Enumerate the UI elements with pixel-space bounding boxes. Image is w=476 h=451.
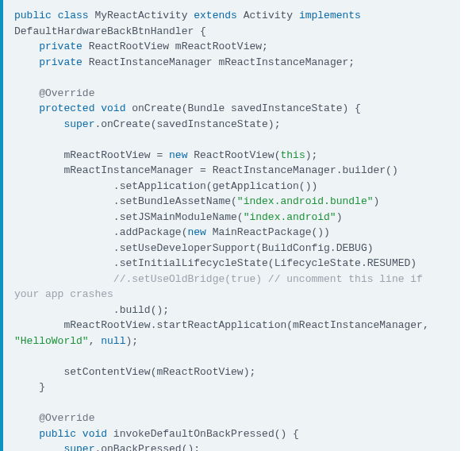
code-token-base: mReactInstanceManager = ReactInstanceMan… [14,164,398,176]
code-token-base: MainReactPackage()) [206,226,330,238]
code-token-base: , [89,335,102,347]
code-token-base: .build(); [14,304,169,316]
code-token-kw: extends [194,10,237,21]
code-token-base [14,412,39,424]
code-token-base: ReactRootView mReactRootView; [83,40,268,52]
code-token-this: this [280,149,305,161]
code-token-kw: super [63,118,94,130]
code-content: public class MyReactActivity extends Act… [14,8,449,451]
code-token-kw: private [39,40,83,52]
code-token-base: setContentView(mReactRootView); [14,366,255,378]
code-token-base [14,118,63,130]
code-token-kw: new [169,149,187,161]
code-token-base: mReactRootView = [14,149,169,161]
code-token-base: .addPackage( [14,226,187,238]
code-token-null: null [101,335,125,347]
code-token-base: ) [374,195,380,207]
code-token-base: .onBackPressed(); [94,443,200,451]
code-token-kw: new [187,226,205,238]
code-token-kw: implements [299,10,361,21]
code-token-kw: void [83,428,107,440]
code-token-base [14,273,113,285]
code-token-base: onCreate(Bundle savedInstanceState) { [125,102,360,114]
code-token-base: ); [125,335,138,347]
code-token-base [14,102,39,114]
code-token-base: .setInitialLifecycleState(LifecycleState… [14,257,416,269]
code-token-base: .setJSMainModuleName( [14,211,244,223]
code-token-base: .setApplication(getApplication()) [14,180,317,192]
code-token-kw: protected [39,102,94,114]
code-token-base [52,10,58,21]
code-token-base: .setBundleAssetName( [14,195,237,207]
code-token-str: "index.android.bundle" [237,195,374,207]
code-token-kw: private [39,56,83,68]
code-token-kw: public [14,10,52,21]
code-token-base [14,428,39,440]
code-block: public class MyReactActivity extends Act… [0,0,460,451]
code-token-base: ); [305,149,318,161]
code-token-base [14,443,63,451]
code-token-base: ReactRootView( [187,149,280,161]
code-token-base [76,428,83,440]
code-token-base: Activity [237,10,299,21]
code-token-base [14,56,39,68]
code-token-base: .onCreate(savedInstanceState); [94,118,280,130]
code-token-base: invokeDefaultOnBackPressed() { [107,428,299,440]
code-token-base: mReactRootView.startReactApplication(mRe… [14,319,436,331]
code-token-base [14,87,39,99]
code-token-kw: super [63,443,94,451]
code-token-str: "index.android" [244,211,336,223]
code-token-annot: @Override [39,412,94,424]
code-token-base [14,40,39,52]
code-token-annot: @Override [39,87,94,99]
code-token-base: ReactInstanceManager mReactInstanceManag… [83,56,355,68]
code-token-base: .setUseDeveloperSupport(BuildConfig.DEBU… [14,242,373,254]
code-token-kw: class [58,10,89,21]
code-token-kw: public [39,428,76,440]
code-token-base: } [14,381,45,393]
code-token-kw: void [101,102,125,114]
code-token-base: ) [336,211,343,223]
code-token-str: "HelloWorld" [14,335,89,347]
code-token-base: MyReactActivity [89,10,194,21]
